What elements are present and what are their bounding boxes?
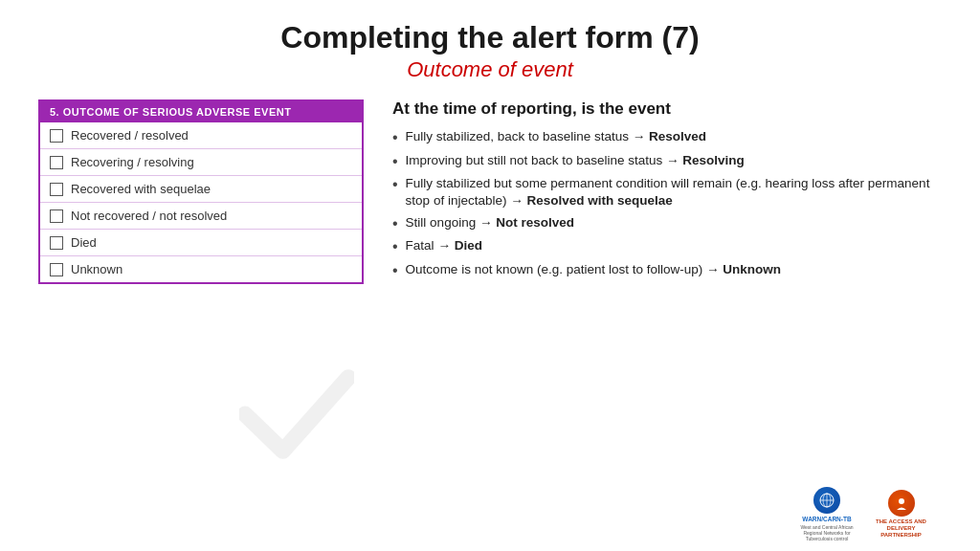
list-item: Recovering / resolving [40,149,362,176]
warn-logo: WARN/CARN-TB West and Central African Re… [793,487,860,541]
bullet-text: Still ongoing → Not resolved [406,214,942,231]
list-item: • Improving but still not back to baseli… [392,152,942,170]
checkbox-not-recovered[interactable] [50,209,63,223]
list-item: Recovered / resolved [40,122,362,149]
bullet-list: • Fully stabilized, back to baseline sta… [392,128,942,278]
arrow-icon: → [633,129,646,143]
list-item: • Fatal → Died [392,237,942,255]
item-label: Unknown [71,262,122,276]
list-item: • Still ongoing → Not resolved [392,214,942,232]
item-label: Recovering / resolving [71,155,194,169]
item-label: Recovered with sequelae [71,182,211,196]
arrow-icon: → [437,238,451,253]
list-item: • Fully stabilized but some permanent co… [392,175,942,209]
form-header: 5. OUTCOME OF SERIOUS ADVERSE EVENT [40,101,362,122]
bullet-text: Fully stabilized but some permanent cond… [406,175,942,209]
checkbox-died[interactable] [50,236,63,250]
list-item: • Fully stabilized, back to baseline sta… [392,128,942,146]
bullet-dot: • [392,237,398,255]
checkbox-recovered-resolved[interactable] [50,129,63,143]
page: Completing the alert form (7) Outcome of… [0,0,980,551]
item-label: Not recovered / not resolved [71,209,227,223]
list-item: Not recovered / not resolved [40,203,362,230]
watermark [239,366,354,462]
left-panel: 5. OUTCOME OF SERIOUS ADVERSE EVENT Reco… [38,99,364,481]
bullet-dot: • [392,175,398,193]
list-item: Recovered with sequelae [40,176,362,203]
outcome-label: Resolved [649,129,706,143]
checkbox-recovering-resolving[interactable] [50,156,63,169]
bullet-text: Improving but still not back to baseline… [406,152,942,169]
svg-point-4 [899,498,904,504]
arrow-icon: → [479,215,493,230]
bullet-text: Fatal → Died [406,237,942,254]
right-heading: At the time of reporting, is the event [392,99,942,119]
bullet-dot: • [392,214,398,232]
item-label: Recovered / resolved [71,128,189,143]
list-item: • Outcome is not known (e.g. patient los… [392,261,942,279]
outcome-label: Not resolved [496,215,574,230]
bullet-dot: • [392,152,398,170]
arrow-icon: → [666,153,679,167]
access-logo: THE ACCESS AND DELIVERY PARTNERSHIP [870,490,932,540]
item-label: Died [71,235,97,250]
warn-logo-subtext: West and Central African Regional Networ… [793,524,860,541]
form-box: 5. OUTCOME OF SERIOUS ADVERSE EVENT Reco… [38,99,364,284]
outcome-label: Died [455,238,482,253]
arrow-icon: → [706,262,720,276]
warn-logo-text: WARN/CARN-TB [802,516,851,522]
content-area: 5. OUTCOME OF SERIOUS ADVERSE EVENT Reco… [38,99,942,481]
outcome-label: Unknown [723,262,781,276]
header: Completing the alert form (7) Outcome of… [38,19,942,82]
list-item: Died [40,230,362,256]
subtitle: Outcome of event [38,57,942,82]
right-panel: At the time of reporting, is the event •… [392,99,942,481]
bullet-dot: • [392,128,398,146]
footer: WARN/CARN-TB West and Central African Re… [38,487,942,541]
bullet-text: Outcome is not known (e.g. patient lost … [406,261,942,278]
access-logo-circle [888,490,915,517]
main-title: Completing the alert form (7) [38,19,942,55]
warn-logo-circle [813,487,840,514]
checkbox-recovered-sequelae[interactable] [50,183,63,196]
bullet-text: Fully stabilized, back to baseline statu… [406,128,942,145]
outcome-label: Resolving [682,153,745,167]
checkbox-unknown[interactable] [50,263,63,276]
arrow-icon: → [510,193,523,208]
bullet-dot: • [392,261,398,279]
access-logo-text: THE ACCESS AND DELIVERY PARTNERSHIP [870,518,932,540]
list-item: Unknown [40,256,362,282]
outcome-label: Resolved with sequelae [526,193,672,208]
